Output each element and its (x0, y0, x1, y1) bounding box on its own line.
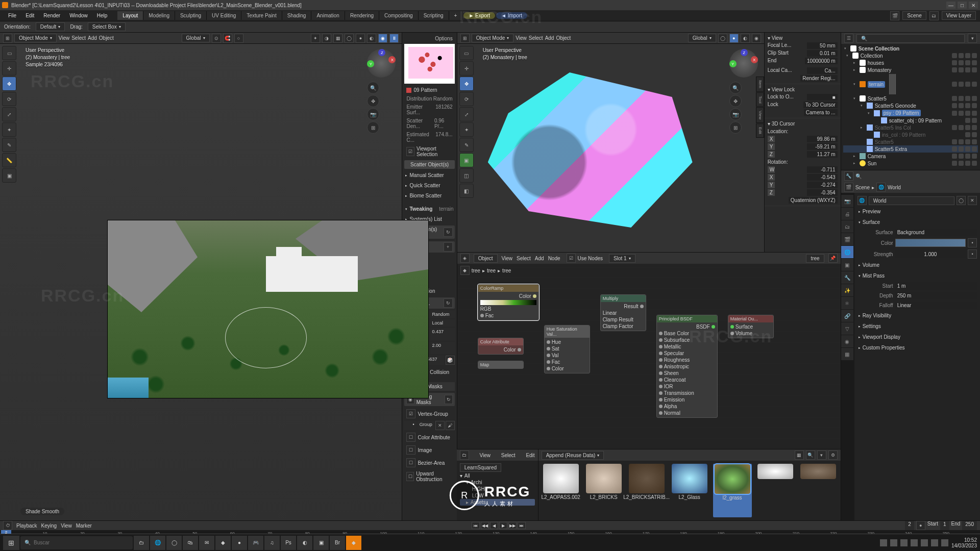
outliner-row[interactable]: scatter_obj : 09 Pattern (843, 117, 978, 124)
instances-value[interactable]: 0.437 (430, 328, 455, 340)
world-name[interactable]: World (869, 196, 954, 205)
biome-scatter[interactable]: Biome Scatter (409, 193, 442, 198)
drag-dropdown[interactable]: Select Box▾ (88, 22, 126, 31)
snap-icon[interactable]: 🧲 (223, 34, 232, 43)
vp2-menu-view[interactable]: View (516, 35, 527, 41)
close-button[interactable]: ✕ (969, 2, 978, 9)
node-map[interactable]: Map (478, 361, 524, 369)
tool-cursor-icon[interactable]: ✛ (2, 61, 16, 76)
shading-rendered-icon[interactable]: ◉ (378, 34, 387, 43)
tl-autokey-icon[interactable]: ● (916, 521, 925, 530)
workspace-sculpting[interactable]: Sculpting (175, 11, 207, 20)
propmath-value[interactable]: 2.00 (430, 342, 455, 354)
shading-solid-r-icon[interactable]: ● (729, 34, 739, 43)
asset-item[interactable]: L2_BRICKS (584, 464, 623, 517)
ptab-constraint-icon[interactable]: 🔗 (841, 310, 853, 322)
asset-item[interactable]: L2_BRICKSATRIB... (627, 464, 666, 517)
ne-menu-view[interactable]: View (502, 256, 513, 261)
loc-z[interactable]: 11.27 m (807, 151, 838, 158)
ab-editor-type-icon[interactable]: 🗀 (460, 450, 469, 460)
tl-jump-end-icon[interactable]: ⏭ (518, 522, 526, 529)
node-colorramp[interactable]: ColorRamp Color RGB Fac (478, 284, 539, 320)
ptab-material-icon[interactable]: ◉ (841, 335, 853, 347)
ptab-render-icon[interactable]: 📷 (841, 195, 853, 207)
ptab-object-icon[interactable]: ▣ (841, 259, 853, 271)
outliner-row[interactable]: Scatter5 (843, 138, 978, 145)
distri-refresh-icon[interactable]: ↻ (444, 298, 453, 308)
nav-persp-icon[interactable]: ⊞ (367, 121, 379, 134)
asset-item[interactable]: l2_grass (713, 464, 752, 517)
vgroup-toggle[interactable]: ☑ (406, 409, 415, 418)
mode-dropdown-right[interactable]: Object Mode▾ (472, 34, 514, 42)
path-item-0[interactable]: tree (472, 268, 480, 273)
manual-scatter[interactable]: Manual Scatter (409, 172, 444, 178)
mist-depth[interactable]: 250 m (895, 292, 977, 299)
world-surface[interactable]: Surface (863, 219, 880, 225)
ab-menu-select[interactable]: Select (501, 453, 516, 458)
scatter-objects-button[interactable]: Scatter Object(s) (404, 160, 454, 169)
outliner-row[interactable]: ▾psy : 09 Pattern (843, 109, 978, 117)
tool-extra1-r-icon[interactable]: ◫ (459, 168, 474, 183)
tool-select-r-icon[interactable]: ▭ (459, 46, 474, 60)
ne-menu-add[interactable]: Add (535, 256, 544, 261)
asset-item[interactable]: L2_AOPASS.002 (542, 464, 580, 517)
culling-refresh-icon[interactable]: ↻ (445, 395, 452, 404)
localcam-value[interactable]: Ca... (807, 67, 838, 74)
node-mix[interactable]: Multiply Result Linear Clamp Result Clam… (600, 294, 646, 331)
slot-dropdown[interactable]: Slot 1▾ (609, 254, 635, 263)
asset-item[interactable] (756, 464, 795, 517)
focal-value[interactable]: 50 mm (807, 42, 838, 49)
tray-vol-icon[interactable] (941, 539, 948, 546)
gizmo-toggle-icon[interactable]: ✦ (311, 34, 320, 43)
ntab-item[interactable]: Item (756, 77, 764, 92)
mat-pin-icon[interactable]: 📌 (828, 254, 838, 263)
app-ps-icon[interactable]: Ps (281, 536, 296, 550)
tool-cursor-r-icon[interactable]: ✛ (459, 61, 474, 76)
ptab-physics-icon[interactable]: ⚛ (841, 297, 853, 309)
transform-orient-right[interactable]: Global▾ (688, 34, 716, 42)
world-mistpass[interactable]: Mist Pass (863, 273, 885, 279)
ne-menu-select[interactable]: Select (517, 256, 531, 261)
group-paint-icon[interactable]: 🖌 (446, 421, 455, 430)
scatter-options[interactable]: Options (404, 35, 454, 42)
app-blender2-icon[interactable]: ◆ (346, 536, 361, 550)
asset-item[interactable] (799, 464, 838, 517)
upward-toggle[interactable]: ☐ (406, 472, 414, 481)
propedit-icon[interactable]: ○ (234, 34, 243, 43)
tray-clock[interactable]: 10:52 (951, 537, 977, 543)
ab-tree-archi[interactable]: Archi (471, 480, 482, 485)
bezier-toggle[interactable]: ☐ (406, 458, 415, 467)
orientation-dropdown[interactable]: Default▾ (36, 22, 65, 31)
taskbar-search[interactable]: 🔍 (20, 536, 133, 549)
world-color[interactable] (895, 239, 966, 247)
tl-menu-view[interactable]: View (61, 523, 72, 529)
app-mail-icon[interactable]: ✉ (199, 536, 214, 550)
outliner-row[interactable]: ins_col : 09 Pattern (843, 131, 978, 138)
space-dropdown[interactable]: Local (430, 319, 455, 327)
material-name[interactable]: tree (806, 254, 824, 263)
app-blender-icon[interactable]: ◆ (215, 536, 231, 550)
mist-falloff[interactable]: Linear (895, 302, 977, 309)
tray-icon[interactable] (890, 539, 897, 546)
scene-selector[interactable]: Scene (902, 11, 926, 20)
mode-dropdown-left[interactable]: Object Mode▾ (14, 34, 57, 42)
outliner-row[interactable]: Scatter5 Extra (843, 145, 978, 153)
menu-file[interactable]: File (4, 12, 20, 19)
ne-mode[interactable]: Object (474, 254, 498, 263)
ab-tree-all[interactable]: All (464, 473, 470, 479)
tool-addcube-icon[interactable]: ▣ (2, 168, 16, 183)
asset-item[interactable]: L2_Glass (670, 464, 709, 517)
rot-x[interactable]: -0.543 (807, 174, 838, 181)
path-home-icon[interactable]: ◆ (460, 266, 470, 275)
ab-lib-dropdown[interactable]: LearnSquared (460, 463, 501, 472)
tool-move-icon[interactable]: ✥ (2, 77, 16, 91)
workspace-scripting[interactable]: Scripting (419, 11, 449, 20)
outliner-row[interactable]: ▸Monastery (843, 66, 978, 73)
lockto-value[interactable]: ■ (807, 94, 838, 101)
workspace-animation[interactable]: Animation (311, 11, 345, 20)
loc-x[interactable]: 99.86 m (807, 136, 838, 142)
tl-jump-start-icon[interactable]: ⏮ (472, 522, 480, 529)
path-item-1[interactable]: tree (487, 268, 496, 273)
workspace-compositing[interactable]: Compositing (379, 11, 419, 20)
group-x-icon[interactable]: ✕ (435, 421, 445, 430)
